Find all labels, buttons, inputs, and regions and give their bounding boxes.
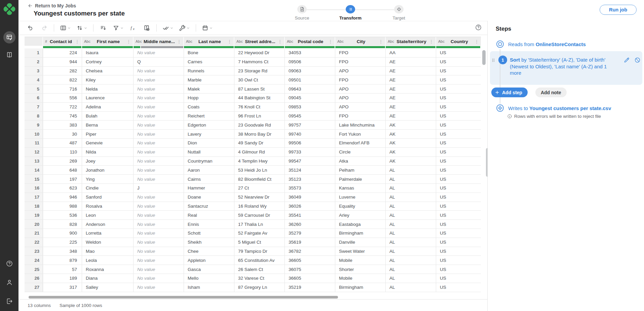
table-row[interactable]: 23348MaoNo valueChee79 Tampico Dr36782Sw… <box>25 247 481 256</box>
cell[interactable]: 96 Frost Ln <box>234 112 285 120</box>
run-job-button[interactable]: Run job <box>600 5 637 15</box>
column-menu-icon[interactable]: ⋮ <box>125 39 131 44</box>
table-row[interactable]: 20828AndersonNo valueEnnis17 Thalia Ln36… <box>25 220 481 229</box>
cell[interactable]: Kiley <box>82 75 134 84</box>
cell[interactable]: AE <box>386 67 436 75</box>
cell[interactable]: Rosalva <box>82 202 134 211</box>
cell[interactable]: AE <box>386 75 436 84</box>
table-row[interactable]: 9383BernaNo valueEdgerton23 Goodvale Rd9… <box>25 120 481 130</box>
cell[interactable]: AA <box>386 48 436 57</box>
cell[interactable]: Eastaboga <box>335 220 386 229</box>
cell[interactable]: Lake Minchumina <box>335 120 386 129</box>
horizontal-scrollbar-thumb[interactable] <box>29 296 338 299</box>
cell[interactable]: 99733 <box>285 148 335 157</box>
return-to-my-jobs-link[interactable]: Return to My Jobs <box>28 3 76 8</box>
table-row[interactable]: 4822KileyNo valueMarble30 Owl Ct09501FPO… <box>25 75 481 84</box>
cell[interactable]: Doane <box>184 193 234 202</box>
cell[interactable]: Isham <box>184 283 234 292</box>
column-header-first-name[interactable]: Abc First name ⋮ <box>82 37 134 46</box>
cell[interactable]: 4 Gilmour Rd <box>234 148 285 157</box>
cell[interactable]: 36782 <box>285 247 335 256</box>
toolbar-book-check-button[interactable] <box>142 23 152 33</box>
cell[interactable]: Sweet Water <box>335 247 386 256</box>
cell[interactable]: 722 <box>43 103 82 111</box>
column-menu-icon[interactable]: ⋮ <box>176 39 181 44</box>
cell[interactable]: 828 <box>43 220 82 229</box>
cell[interactable]: AE <box>386 84 436 93</box>
toolbar-double-check-button[interactable] <box>161 23 175 33</box>
cell[interactable]: 65 Constitution Av <box>234 256 285 265</box>
cell[interactable]: FPO <box>335 48 386 57</box>
column-header-contact-id[interactable]: # Contact id ⋮ <box>43 37 82 46</box>
cell[interactable]: No value <box>134 130 184 138</box>
cell[interactable]: 53 Heidi Jo Ln <box>234 166 285 174</box>
cell[interactable]: 82 Bloomfield Ct <box>234 175 285 183</box>
table-row[interactable]: 27317SalleyNo valueIsham87 Gregory Ln352… <box>25 283 481 292</box>
cell[interactable]: 944 <box>43 58 82 66</box>
cell[interactable]: Santacruz <box>184 202 234 211</box>
cell[interactable]: 59 Carrousel Dr <box>234 211 285 219</box>
table-row[interactable]: 26189DianaNo valueMello32 Varese Ct36605… <box>25 274 481 283</box>
cell[interactable]: 189 <box>43 274 82 283</box>
drag-handle-icon[interactable] <box>491 58 496 63</box>
cell[interactable]: US <box>436 58 481 66</box>
cell[interactable]: US <box>436 211 481 219</box>
column-header-state-territory[interactable]: Abc State/territory ⋮ <box>386 37 436 46</box>
cell[interactable]: 27 Ct <box>234 184 285 193</box>
cell[interactable]: 269 <box>43 157 82 166</box>
cell[interactable]: 09506 <box>285 58 335 66</box>
cell[interactable]: FPO <box>335 112 386 120</box>
cell[interactable]: Danville <box>335 238 386 247</box>
cell[interactable]: Palmerdale <box>335 175 386 183</box>
cell[interactable]: No value <box>134 103 184 111</box>
table-row[interactable]: 1030PiperNo valueLavery38 Morro Bay Dr99… <box>25 130 481 139</box>
cell[interactable]: Atka <box>335 157 386 166</box>
cell[interactable]: 35219 <box>285 283 335 292</box>
cell[interactable]: US <box>436 120 481 129</box>
cell[interactable]: US <box>436 139 481 147</box>
cell[interactable]: 35124 <box>285 166 335 174</box>
cell[interactable]: US <box>436 274 481 283</box>
cell[interactable]: 49 Sandy Dr <box>234 139 285 147</box>
cell[interactable]: 30 Owl Ct <box>234 75 285 84</box>
table-row[interactable]: 13269JoeyNo valueCountryman4 Templin Hwy… <box>25 157 481 166</box>
cell[interactable]: No value <box>134 229 184 238</box>
cell[interactable]: 22 Heywood Dr <box>234 48 285 57</box>
cell[interactable]: Ennis <box>184 220 234 229</box>
cell[interactable]: Appleton <box>184 256 234 265</box>
cell[interactable]: Real <box>184 211 234 219</box>
cell[interactable]: 900 <box>43 229 82 238</box>
table-row[interactable]: 12110NildaNo valueNuttall4 Gilmour Rd997… <box>25 148 481 157</box>
cell[interactable]: FPO <box>335 75 386 84</box>
cell[interactable]: Nilda <box>82 148 134 157</box>
cell[interactable]: APO <box>335 67 386 75</box>
column-menu-icon[interactable]: ⋮ <box>277 39 282 44</box>
cell[interactable]: Arley <box>335 211 386 219</box>
cell[interactable]: Shorter <box>335 265 386 274</box>
cell[interactable]: US <box>436 75 481 84</box>
cell[interactable]: 648 <box>43 166 82 174</box>
cell[interactable]: 556 <box>43 94 82 102</box>
table-row[interactable]: 24879LeolaNo valueAppleton65 Constitutio… <box>25 256 481 265</box>
cell[interactable]: 716 <box>43 84 82 93</box>
column-header-last-name[interactable]: Abc Last name ⋮ <box>184 37 234 46</box>
table-row[interactable]: 18988RosalvaNo valueSantacruz16 Roland W… <box>25 202 481 211</box>
cell[interactable]: AK <box>386 120 436 129</box>
cell[interactable]: Weldon <box>82 238 134 247</box>
cell[interactable]: 23 Storage Rd <box>234 67 285 75</box>
cell[interactable]: US <box>436 148 481 157</box>
cell[interactable]: 4 Templin Hwy <box>234 157 285 166</box>
cell[interactable]: 87 Gregory Ln <box>234 283 285 292</box>
cell[interactable]: 76 Knoll Ct <box>234 103 285 111</box>
cell[interactable]: 197 <box>43 175 82 183</box>
sort-step[interactable]: 1 Sort by 'State/territory' (A-Z), 'Date… <box>491 55 644 76</box>
table-row[interactable]: 19536LeonNo valueReal59 Carrousel Dr3554… <box>25 211 481 220</box>
cell[interactable]: 32 Varese Ct <box>234 274 285 283</box>
table-row[interactable]: 16623CindieJHammer27 Ct35573KansasALUS <box>25 184 481 193</box>
cell[interactable]: 7 Hammons Ct <box>234 58 285 66</box>
cell[interactable]: 57 <box>43 265 82 274</box>
cell[interactable]: 09045 <box>285 94 335 102</box>
cell[interactable]: 35573 <box>285 184 335 193</box>
cell[interactable]: FPO <box>335 58 386 66</box>
cell[interactable]: AL <box>386 229 436 238</box>
